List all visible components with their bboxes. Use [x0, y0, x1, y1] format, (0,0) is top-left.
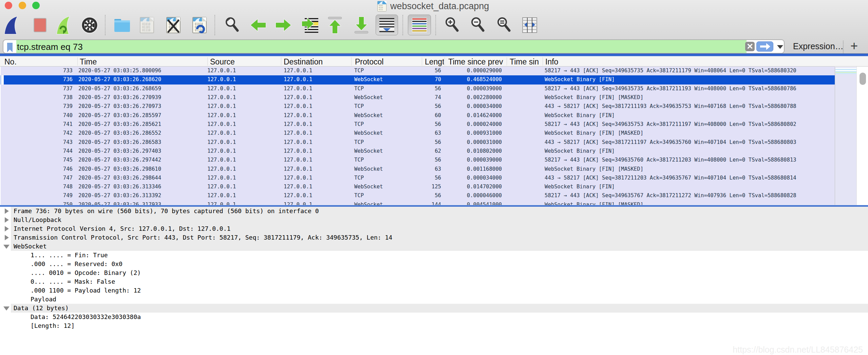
close-window-button[interactable] — [5, 2, 12, 9]
column-separator[interactable] — [351, 57, 352, 66]
packet-row-744[interactable]: 7442020-05-27 03:03:26.297403127.0.0.112… — [1, 147, 835, 156]
minimize-window-button[interactable] — [19, 2, 26, 9]
packet-list-scrollbar[interactable] — [856, 67, 868, 205]
cell-src: 127.0.0.1 — [207, 202, 236, 205]
detail-row[interactable]: .000 1100 = Payload length: 12 — [0, 286, 868, 295]
packet-row-749[interactable]: 7492020-05-27 03:03:26.313392127.0.0.112… — [1, 191, 835, 200]
column-separator[interactable] — [281, 57, 281, 66]
detail-row[interactable]: Data: 524642203030332e3030380a — [0, 313, 868, 321]
detail-row[interactable]: [Length: 12] — [0, 321, 868, 330]
collapse-arrow-icon[interactable] — [3, 306, 10, 311]
column-header-info[interactable]: Info — [545, 57, 558, 66]
go-first-icon[interactable] — [327, 16, 343, 34]
detail-row[interactable]: Payload — [0, 295, 868, 304]
detail-row[interactable]: .... 0010 = Opcode: Binary (2) — [0, 268, 868, 277]
detail-row[interactable]: 1... .... = Fin: True — [0, 251, 868, 260]
go-forward-icon[interactable] — [275, 18, 292, 32]
resize-columns-icon[interactable] — [522, 17, 537, 33]
filter-dropdown-arrow[interactable] — [777, 45, 783, 49]
packet-row-750[interactable]: 7502020-05-27 03:03:26.317933127.0.0.112… — [1, 201, 835, 205]
display-filter-field[interactable]: tcp.stream eq 73 ✕ — [3, 39, 785, 54]
column-separator[interactable] — [422, 57, 422, 66]
column-header-time[interactable]: Time — [80, 57, 97, 66]
packet-row-748[interactable]: 7482020-05-27 03:03:26.313346127.0.0.112… — [1, 183, 835, 191]
filter-apply-button[interactable] — [756, 41, 773, 52]
packet-row-740[interactable]: 7402020-05-27 03:03:26.285597127.0.0.112… — [1, 111, 835, 120]
cell-tsp: 0.001168000 — [444, 166, 502, 172]
filter-clear-button[interactable]: ✕ — [745, 42, 755, 51]
cell-len: 56 — [421, 175, 441, 181]
restart-capture-icon[interactable] — [55, 16, 71, 35]
column-separator[interactable] — [507, 57, 507, 66]
packet-row-737[interactable]: 7372020-05-27 03:03:26.268659127.0.0.112… — [1, 85, 835, 93]
detail-row[interactable]: Transmission Control Protocol, Src Port:… — [0, 233, 868, 242]
column-separator[interactable] — [207, 57, 208, 66]
detail-row[interactable]: .000 .... = Reserved: 0x0 — [0, 260, 868, 268]
packet-row-741[interactable]: 7412020-05-27 03:03:26.285621127.0.0.112… — [1, 120, 835, 129]
cell-tsp: 0.000034000 — [444, 103, 502, 109]
cell-info: WebSocket Binary [FIN] [MASKED] — [545, 166, 643, 172]
reload-file-icon[interactable]: 01010 01101 01110 — [192, 17, 207, 33]
close-file-icon[interactable]: 01010 01101 01110 — [166, 17, 181, 33]
scrollbar-thumb[interactable] — [860, 73, 866, 85]
start-capture-icon[interactable] — [3, 16, 19, 35]
column-header-len[interactable]: Length — [425, 57, 444, 66]
open-file-icon[interactable] — [114, 18, 131, 33]
column-separator[interactable] — [445, 57, 445, 66]
zoom-out-icon[interactable] — [470, 17, 485, 33]
cell-info: 58217 → 443 [ACK] Seq=349635735 Ack=3817… — [545, 68, 796, 74]
packet-row-743[interactable]: 7432020-05-27 03:03:26.286583127.0.0.112… — [1, 138, 835, 147]
column-header-proto[interactable]: Protocol — [355, 57, 383, 66]
go-back-icon[interactable] — [249, 18, 266, 32]
go-to-packet-icon[interactable] — [301, 16, 319, 34]
column-header-src[interactable]: Source — [210, 57, 235, 66]
packet-row-733[interactable]: 7332020-05-27 03:03:25.800096127.0.0.112… — [1, 67, 835, 75]
packet-row-736[interactable]: 7362020-05-27 03:03:26.268620127.0.0.112… — [1, 75, 835, 84]
packet-row-738[interactable]: 7382020-05-27 03:03:26.270939127.0.0.112… — [1, 93, 835, 102]
cell-src: 127.0.0.1 — [207, 130, 236, 136]
packet-row-747[interactable]: 7472020-05-27 03:03:26.298644127.0.0.112… — [1, 174, 835, 183]
cell-proto: TCP — [354, 68, 364, 74]
display-filter-input[interactable]: tcp.stream eq 73 — [17, 42, 83, 52]
packet-row-745[interactable]: 7452020-05-27 03:03:26.297442127.0.0.112… — [1, 156, 835, 165]
cell-info: 58217 → 443 [ACK] Seq=349635767 Ack=3817… — [545, 192, 796, 199]
packet-row-746[interactable]: 7462020-05-27 03:03:26.298610127.0.0.112… — [1, 165, 835, 174]
cell-tsp: 0.000031000 — [444, 139, 502, 145]
zoom-original-icon[interactable] — [496, 17, 511, 33]
filter-bookmark-icon[interactable] — [6, 42, 14, 53]
cell-proto: WebSocket — [354, 166, 383, 172]
intelligent-scrollbar-minimap[interactable] — [835, 67, 856, 205]
detail-row[interactable]: Internet Protocol Version 4, Src: 127.0.… — [0, 224, 868, 233]
cell-time: 2020-05-27 03:03:26.317933 — [78, 202, 161, 205]
detail-row[interactable]: Data (12 bytes) — [0, 304, 868, 313]
cell-no: 739 — [0, 103, 73, 109]
column-header-tsin[interactable]: Time sin — [510, 57, 542, 66]
stop-capture-icon[interactable] — [33, 18, 47, 33]
capture-options-icon[interactable] — [81, 16, 98, 34]
expand-arrow-icon[interactable] — [5, 208, 9, 214]
go-last-icon[interactable] — [353, 16, 370, 34]
column-separator[interactable] — [77, 57, 78, 66]
expand-arrow-icon[interactable] — [5, 226, 9, 231]
cell-src: 127.0.0.1 — [207, 121, 236, 127]
column-header-no[interactable]: No. — [4, 57, 17, 66]
cell-tsp: 0.000039000 — [444, 86, 502, 92]
collapse-arrow-icon[interactable] — [3, 245, 10, 249]
packet-row-742[interactable]: 7422020-05-27 03:03:26.286552127.0.0.112… — [1, 129, 835, 138]
expression-button[interactable]: Expression… — [793, 41, 844, 51]
add-filter-button[interactable]: + — [850, 39, 858, 53]
detail-row[interactable]: 0... .... = Mask: False — [0, 277, 868, 286]
expand-arrow-icon[interactable] — [5, 235, 9, 240]
cell-proto: TCP — [354, 192, 364, 199]
zoom-in-icon[interactable] — [445, 17, 459, 33]
expand-arrow-icon[interactable] — [5, 217, 9, 223]
column-separator[interactable] — [543, 57, 543, 66]
detail-row[interactable]: Frame 736: 70 bytes on wire (560 bits), … — [0, 207, 868, 216]
find-packet-icon[interactable] — [225, 17, 240, 33]
column-header-dst[interactable]: Destination — [284, 57, 323, 66]
column-header-tsp[interactable]: Time since prev — [448, 57, 506, 66]
zoom-window-button[interactable] — [32, 2, 40, 9]
detail-row[interactable]: WebSocket — [0, 242, 868, 251]
packet-row-739[interactable]: 7392020-05-27 03:03:26.270973127.0.0.112… — [1, 102, 835, 111]
detail-row[interactable]: Null/Loopback — [0, 216, 868, 224]
